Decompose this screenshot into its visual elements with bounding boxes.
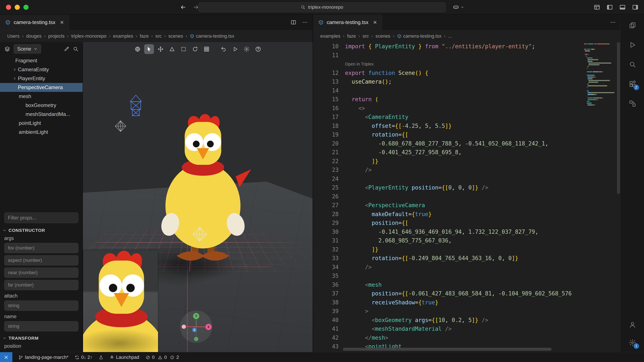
axis-neg-y-handle[interactable] [194,337,198,341]
code-line[interactable]: 16 <> [313,104,620,113]
breadcrumb-item[interactable]: triplex-monorepo [71,33,106,39]
orientation-gizmo[interactable]: Y X Z [179,310,213,344]
toggle-left-panel-icon[interactable] [606,4,613,10]
code-line[interactable]: 18 offset={[-4.25, 5, 5.5]} [313,122,620,131]
code-line[interactable]: 27 <PerspectiveCamera [313,201,620,210]
prop-input[interactable] [4,321,78,331]
codelens-open-in-triplex[interactable]: Open in Triplex [313,60,620,69]
section-header-constructor[interactable]: CONSTRUCTOR [0,226,83,235]
problems-indicator[interactable]: 0 0 2 [142,352,182,362]
prop-input[interactable] [4,280,78,290]
tab-camera-testing-code[interactable]: camera-testing.tsx × [313,15,382,30]
code-line[interactable]: 13 useCamera(); [313,77,620,86]
extensions-icon[interactable]: 2 [628,79,638,89]
tree-item-cameraentity[interactable]: CameraEntity [0,65,83,74]
split-editor-icon[interactable] [290,19,296,25]
run-debug-icon[interactable] [628,40,638,50]
tab-camera-testing[interactable]: camera-testing.tsx × [0,15,69,30]
axis-neg-x-handle[interactable] [182,325,186,329]
account-icon[interactable] [628,320,638,330]
orbit-tool[interactable] [190,44,200,54]
tree-search-icon[interactable] [73,46,78,52]
tree-item-meshstandardma[interactable]: meshStandardMa... [0,110,83,119]
edit-icon[interactable] [64,46,70,52]
breadcrumb-item[interactable]: faze [347,33,356,39]
chevron-right-icon[interactable] [12,77,18,80]
vertical-scrollbar[interactable] [617,42,620,194]
explorer-icon[interactable] [628,20,638,30]
experiments-button[interactable] [96,352,106,362]
tree-item-perspectivecamera[interactable]: PerspectiveCamera [0,83,83,92]
tree-item-mesh[interactable]: mesh [0,92,83,101]
light-gizmo[interactable] [114,120,127,132]
code-line[interactable]: 35 [313,272,620,281]
help-tool[interactable] [253,44,263,54]
breadcrumb-item[interactable]: scenes [168,33,183,39]
breadcrumb-item[interactable]: src [362,33,369,39]
breadcrumb-item[interactable]: src [155,33,162,39]
code-line[interactable]: 17 <CameraEntity [313,113,620,122]
breadcrumb-item[interactable]: scenes [376,33,390,39]
prop-input[interactable] [4,243,78,253]
code-line[interactable]: 41 <meshStandardMaterial /> [313,325,620,334]
tab-close-icon[interactable]: × [373,19,377,25]
breadcrumb-item[interactable]: projects [48,33,64,39]
code-line[interactable]: 15 return ( [313,95,620,104]
tree-item-playerentity[interactable]: PlayerEntity [0,74,83,83]
code-line[interactable]: 21 -0.401_425_727_958_695_8, [313,148,620,157]
code-line[interactable]: 34 /> [313,263,620,272]
breadcrumb-item[interactable]: camera-testing.tsx [397,33,442,39]
minimap[interactable] [584,43,614,106]
code-line[interactable]: 22 ]} [313,157,620,166]
code-line[interactable]: 42 </mesh> [313,334,620,343]
code-line[interactable]: 28 makeDefault={true} [313,210,620,219]
breadcrumb-item[interactable]: douges [26,33,42,39]
tree-item-boxgeometry[interactable]: boxGeometry [0,101,83,110]
code-line[interactable]: 23 /> [313,166,620,175]
launchpad-button[interactable]: Launchpad [106,352,142,362]
copilot-menu[interactable] [453,0,464,14]
code-line[interactable]: 30 -0.141_646_936_469_016_94, 1.732_122_… [313,228,620,236]
layers-icon[interactable] [4,46,10,52]
code-line[interactable]: 36 <mesh [313,281,620,289]
breadcrumb-item[interactable]: examples [113,33,133,39]
scale-tool[interactable] [179,44,188,54]
code-line[interactable]: 29 position={[ [313,219,620,228]
code-line[interactable]: 32 ]} [313,245,620,254]
triplex-logo[interactable] [0,352,12,362]
settings-gear-icon[interactable]: 1 [628,338,638,348]
code-line[interactable]: 37 position={[-0.061_427_483_068_584_81,… [313,289,620,298]
code-line[interactable]: 11 [313,51,620,60]
code-line[interactable]: 39 > [313,307,620,316]
prop-input[interactable] [4,268,78,278]
minimize-window-button[interactable] [15,5,20,10]
breadcrumb-item[interactable]: Users [7,33,20,39]
code-line[interactable]: 33 rotation={[-0.249_804_765_644_363_16,… [313,254,620,263]
breadcrumb-item[interactable]: faze [140,33,149,39]
code-editor[interactable]: 10import { PlayerEntity } from "../entit… [313,42,620,352]
close-window-button[interactable] [6,5,11,10]
toggle-bottom-panel-icon[interactable] [619,4,626,10]
undo-tool[interactable] [219,44,228,54]
section-header-transform[interactable]: TRANSFORM [0,334,83,343]
breadcrumb-item[interactable]: ... [448,33,452,39]
symbols-icon[interactable] [628,98,638,109]
code-line[interactable]: 38 receiveShadow={true} [313,298,620,307]
play-tool[interactable] [230,44,240,54]
back-icon[interactable] [180,4,186,10]
code-line[interactable]: 10import { PlayerEntity } from "../entit… [313,42,620,51]
grid-tool[interactable] [202,44,212,54]
globe-tool[interactable] [133,44,142,54]
tree-item-fragment[interactable]: Fragment [0,56,83,65]
code-line[interactable]: 12export function Scene() { [313,69,620,78]
command-center-search[interactable]: triplex-monorepo [198,2,446,12]
chicken-model[interactable] [155,112,251,266]
tab-close-icon[interactable]: × [60,19,64,25]
customize-layout-icon[interactable] [594,4,600,10]
branch-indicator[interactable]: landing-page-march* [15,352,72,362]
code-line[interactable]: 19 rotation={[ [313,130,620,139]
prop-input[interactable] [4,255,78,265]
more-actions-icon[interactable] [610,19,616,25]
code-line[interactable]: 24 [313,175,620,183]
settings-tool[interactable] [242,44,252,54]
